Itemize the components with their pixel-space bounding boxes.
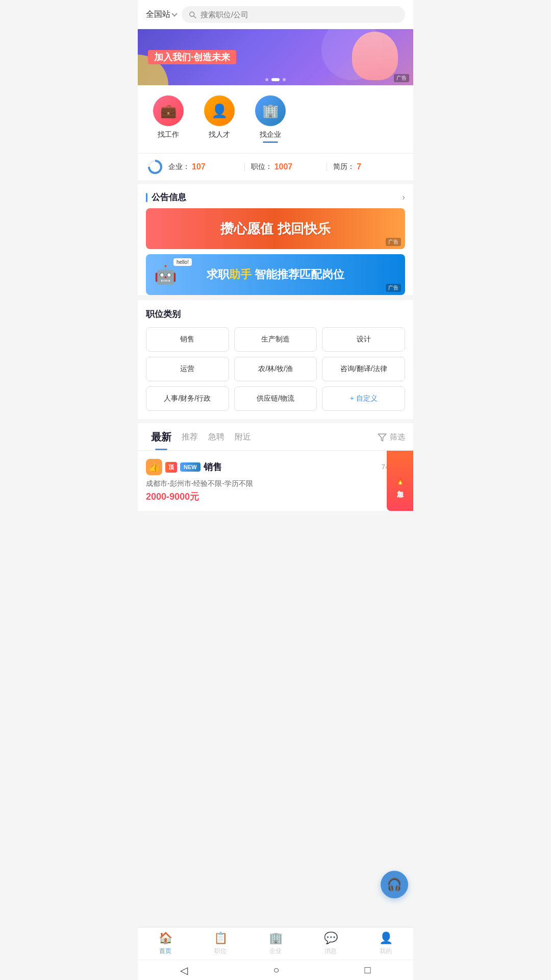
quick-icon-talent[interactable]: 👤 找人才 — [204, 95, 235, 143]
tab-nearby[interactable]: 附近 — [230, 432, 256, 449]
company-stats: 企业： 107 — [168, 162, 238, 172]
tab-latest[interactable]: 最新 — [146, 430, 177, 450]
category-agriculture[interactable]: 农/林/牧/渔 — [234, 357, 317, 381]
banner-text-area: 加入我们·创造未来 — [148, 51, 236, 63]
position-label: 职位： — [251, 162, 272, 172]
urgent-action-button[interactable]: 🔥 加急 — [387, 451, 413, 511]
site-name: 全国站 — [146, 9, 170, 20]
svg-line-1 — [193, 15, 195, 17]
filter-button[interactable]: 筛选 — [378, 432, 405, 448]
position-value: 1007 — [274, 162, 293, 172]
tab-urgent[interactable]: 急聘 — [203, 432, 230, 449]
categories-grid: 销售 生产制造 设计 运营 农/林/牧/渔 咨询/翻译/法律 人事/财务/行政 … — [146, 327, 405, 411]
company-icon-label: 找企业 — [260, 130, 281, 139]
jobs-tabs-section: 最新 推荐 急聘 附近 筛选 👍 顶 NEW 销售 7小时前 成都市-彭州市-经… — [138, 423, 413, 511]
category-supply[interactable]: 供应链/物流 — [234, 386, 317, 411]
svg-marker-2 — [379, 434, 386, 441]
active-tab-indicator — [263, 141, 278, 143]
robot-icon: 🤖 — [154, 264, 177, 285]
job-card-header: 👍 顶 NEW 销售 7小时前 — [146, 459, 405, 475]
notice-title-bar — [146, 193, 147, 202]
company-icon-circle: 🏢 — [255, 95, 286, 126]
job-title: 销售 — [204, 461, 222, 473]
quick-icon-job[interactable]: 💼 找工作 — [153, 95, 184, 143]
stats-divider-1 — [244, 163, 245, 171]
job-salary: 2000-9000元 — [146, 492, 199, 502]
banner-dot-2 — [271, 78, 280, 81]
talent-icon-label: 找人才 — [209, 130, 230, 139]
company-value: 107 — [192, 162, 206, 172]
banner-ad-label: 广告 — [394, 74, 409, 82]
talent-icon-circle: 👤 — [204, 95, 235, 126]
hero-banner[interactable]: 加入我们·创造未来 广告 — [138, 29, 413, 85]
stats-logo — [148, 160, 162, 174]
banner-dots — [265, 78, 286, 81]
ad2-tag: 广告 — [386, 284, 401, 292]
category-design[interactable]: 设计 — [322, 327, 405, 352]
category-manufacturing[interactable]: 生产制造 — [234, 327, 317, 352]
notice-section: 公告信息 › 攒心愿值 找回快乐 广告 🤖 hello! 求职助手 智能推荐匹配… — [138, 184, 413, 295]
position-stats: 职位： 1007 — [251, 162, 321, 172]
notice-header[interactable]: 公告信息 › — [146, 184, 405, 208]
banner-person-illustration — [352, 32, 398, 80]
job-info: 成都市-彭州市-经验不限-学历不限 2000-9000元 — [146, 479, 253, 503]
category-operations[interactable]: 运营 — [146, 357, 229, 381]
jobs-tabs-header: 最新 推荐 急聘 附近 筛选 — [138, 423, 413, 451]
job-location: 成都市-彭州市-经验不限-学历不限 — [146, 479, 253, 488]
category-sales[interactable]: 销售 — [146, 327, 229, 352]
category-custom[interactable]: + 自定义 — [322, 386, 405, 411]
job-card-body: 成都市-彭州市-经验不限-学历不限 2000-9000元 — [146, 479, 405, 503]
categories-title: 职位类别 — [146, 308, 405, 320]
stats-bar: 企业： 107 职位： 1007 简历： 7 — [138, 153, 413, 180]
banner-dot-3 — [283, 78, 286, 81]
hello-bubble: hello! — [173, 258, 192, 266]
resume-value: 7 — [357, 162, 361, 172]
job-icon-label: 找工作 — [158, 130, 179, 139]
thumb-badge: 👍 — [146, 459, 162, 475]
site-selector[interactable]: 全国站 — [146, 9, 177, 20]
notice-title-area: 公告信息 — [146, 191, 186, 203]
top-badge: 顶 — [165, 462, 177, 473]
ad2-text: 求职助手 智能推荐匹配岗位 — [207, 267, 344, 282]
logo-inner — [150, 162, 160, 172]
job-badges: 👍 顶 NEW 销售 — [146, 459, 222, 475]
chevron-down-icon — [171, 11, 177, 16]
tab-recommended[interactable]: 推荐 — [177, 432, 203, 449]
banner-slogan: 加入我们·创造未来 — [148, 50, 236, 64]
logo-circle — [148, 160, 162, 174]
quick-icon-company[interactable]: 🏢 找企业 — [255, 95, 286, 143]
category-consulting[interactable]: 咨询/翻译/法律 — [322, 357, 405, 381]
search-input[interactable] — [201, 10, 398, 19]
new-badge: NEW — [180, 462, 201, 472]
search-bar-container[interactable] — [182, 6, 405, 23]
notice-arrow-icon[interactable]: › — [402, 192, 405, 203]
ad1-tag: 广告 — [386, 238, 401, 246]
resume-stats: 简历： 7 — [333, 162, 403, 172]
job-card-1: 👍 顶 NEW 销售 7小时前 成都市-彭州市-经验不限-学历不限 2000-9… — [138, 451, 413, 511]
filter-text: 筛选 — [390, 432, 405, 442]
notice-title-text: 公告信息 — [152, 191, 186, 203]
stats-divider-2 — [327, 163, 327, 171]
resume-label: 简历： — [333, 162, 355, 172]
filter-icon — [378, 433, 387, 442]
category-hr[interactable]: 人事/财务/行政 — [146, 386, 229, 411]
ad1-text: 攒心愿值 找回快乐 — [220, 220, 330, 238]
quick-icons-section: 💼 找工作 👤 找人才 🏢 找企业 — [138, 85, 413, 153]
top-bar: 全国站 — [138, 0, 413, 29]
categories-section: 职位类别 销售 生产制造 设计 运营 农/林/牧/渔 咨询/翻译/法律 人事/财… — [138, 300, 413, 419]
search-icon — [189, 11, 196, 19]
job-icon-circle: 💼 — [153, 95, 184, 126]
ad-banner-2[interactable]: 🤖 hello! 求职助手 智能推荐匹配岗位 广告 — [146, 254, 405, 295]
fire-icon: 🔥 — [396, 477, 404, 485]
company-label: 企业： — [168, 162, 190, 172]
banner-dot-1 — [265, 78, 268, 81]
ad-banner-1[interactable]: 攒心愿值 找回快乐 广告 — [146, 208, 405, 249]
